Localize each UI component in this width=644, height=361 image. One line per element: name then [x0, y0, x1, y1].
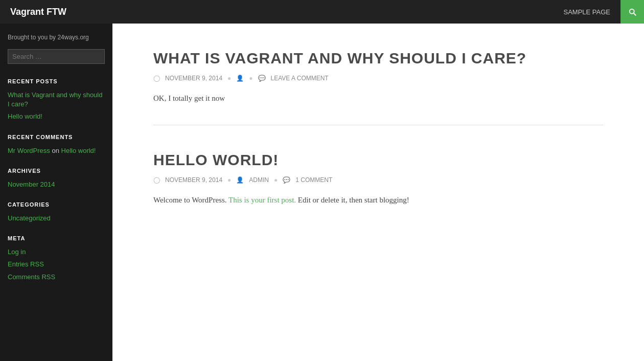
- post-1-title[interactable]: WHAT IS VAGRANT AND WHY SHOULD I CARE?: [153, 49, 603, 67]
- post-2-date: NOVEMBER 9, 2014: [165, 176, 222, 184]
- post-2-comment-link[interactable]: 1 COMMENT: [295, 176, 332, 184]
- comment-author-link[interactable]: Mr WordPress: [8, 147, 50, 154]
- archives-title: Archives: [8, 168, 105, 174]
- category-link-1[interactable]: Uncategorized: [8, 214, 105, 223]
- comment-on-text: on: [52, 147, 61, 154]
- recent-post-link-2[interactable]: Hello world!: [8, 112, 105, 121]
- meta-sep-2: ●: [249, 75, 252, 82]
- topbar: Vagrant FTW SAMPLE PAGE: [0, 0, 644, 24]
- search-input[interactable]: [8, 49, 105, 64]
- sidebar: Brought to you by 24ways.org Recent Post…: [0, 24, 112, 361]
- post-1-date: NOVEMBER 9, 2014: [165, 75, 222, 82]
- comment-post-link[interactable]: Hello world!: [61, 147, 96, 154]
- meta-login-link[interactable]: Log in: [8, 247, 105, 257]
- recent-comments-title: Recent Comments: [8, 134, 105, 140]
- categories-title: Categories: [8, 201, 105, 208]
- meta-title: Meta: [8, 235, 105, 241]
- meta-sep-1: ●: [227, 75, 231, 82]
- sample-page-link[interactable]: SAMPLE PAGE: [553, 0, 620, 24]
- recent-posts-title: Recent Posts: [8, 78, 105, 84]
- meta-comments-rss-link[interactable]: Comments RSS: [8, 273, 105, 282]
- post-1-comment-link[interactable]: LEAVE A COMMENT: [271, 75, 329, 82]
- author-icon-1: 👤: [236, 75, 244, 82]
- author-icon-2: 👤: [236, 176, 244, 184]
- search-icon-button[interactable]: [620, 0, 644, 24]
- post-2: HELLO WORLD! ◯ NOVEMBER 9, 2014 ● 👤 ADMI…: [153, 125, 603, 227]
- post-2-excerpt-link[interactable]: This is your first post.: [228, 196, 296, 204]
- clock-icon-2: ◯: [153, 176, 160, 184]
- meta-entries-rss-link[interactable]: Entries RSS: [8, 260, 105, 269]
- site-title[interactable]: Vagrant FTW: [10, 7, 66, 17]
- recent-post-link-1[interactable]: What is Vagrant and why should I care?: [8, 91, 105, 109]
- layout: Brought to you by 24ways.org Recent Post…: [0, 24, 644, 361]
- post-1: WHAT IS VAGRANT AND WHY SHOULD I CARE? ◯…: [153, 24, 603, 125]
- meta-sep-3: ●: [227, 176, 231, 184]
- meta-sep-4: ●: [274, 176, 278, 184]
- post-2-meta: ◯ NOVEMBER 9, 2014 ● 👤 ADMIN ● 💬 1 COMME…: [153, 176, 603, 184]
- archives-section: Archives November 2014: [8, 168, 105, 189]
- sidebar-tagline: Brought to you by 24ways.org: [8, 34, 105, 41]
- post-2-excerpt-after: Edit or delete it, then start blogging!: [296, 196, 409, 204]
- recent-posts-section: Recent Posts What is Vagrant and why sho…: [8, 78, 105, 122]
- search-icon: [628, 7, 637, 16]
- comment-item: Mr WordPress on Hello world!: [8, 146, 105, 155]
- main-content: WHAT IS VAGRANT AND WHY SHOULD I CARE? ◯…: [112, 24, 644, 361]
- post-2-author-link[interactable]: ADMIN: [249, 176, 269, 184]
- post-2-title[interactable]: HELLO WORLD!: [153, 151, 603, 169]
- post-2-excerpt: Welcome to WordPress. This is your first…: [153, 194, 603, 206]
- post-1-excerpt: OK, I totally get it now: [153, 92, 603, 104]
- clock-icon-1: ◯: [153, 75, 160, 82]
- meta-section: Meta Log in Entries RSS Comments RSS: [8, 235, 105, 282]
- comment-icon-2: 💬: [283, 176, 290, 184]
- archive-link-1[interactable]: November 2014: [8, 180, 105, 189]
- topbar-right: SAMPLE PAGE: [553, 0, 644, 24]
- categories-section: Categories Uncategorized: [8, 201, 105, 223]
- post-2-excerpt-plain: Welcome to WordPress.: [153, 196, 228, 204]
- recent-comments-section: Recent Comments Mr WordPress on Hello wo…: [8, 134, 105, 155]
- comment-icon-1: 💬: [258, 75, 266, 82]
- post-1-meta: ◯ NOVEMBER 9, 2014 ● 👤 ● 💬 LEAVE A COMME…: [153, 75, 603, 82]
